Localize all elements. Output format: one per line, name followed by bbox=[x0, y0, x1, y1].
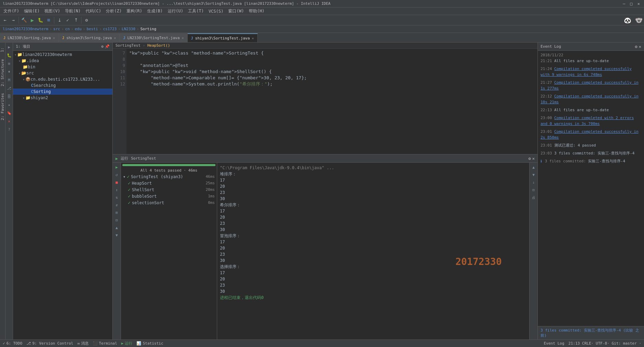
tree-item-2[interactable]: 📁 bin bbox=[13, 64, 112, 70]
run-up-icon[interactable]: ▲ bbox=[114, 224, 120, 231]
scroll-up-icon[interactable]: ▲ bbox=[531, 164, 537, 170]
coverage-icon[interactable]: ⊞ bbox=[6, 60, 12, 67]
tree-item-3[interactable]: ▾📂 src bbox=[13, 70, 112, 76]
event-link-1[interactable]: Compilation completed successfully with … bbox=[541, 67, 632, 77]
bookmark-icon[interactable]: 🔖 bbox=[6, 110, 12, 116]
star-icon[interactable]: ★ bbox=[6, 102, 12, 108]
run-rerun-icon[interactable]: ↺ bbox=[114, 172, 120, 178]
run-icon[interactable]: ▶ bbox=[6, 44, 12, 50]
run-sort-icon[interactable]: ↕ bbox=[114, 187, 120, 193]
event-settings-icon[interactable]: ⚙ bbox=[635, 44, 637, 49]
scroll-end-icon[interactable]: ↓ bbox=[531, 179, 537, 185]
statistic-status[interactable]: 📊 Statistic bbox=[136, 341, 163, 346]
event-link-2[interactable]: Compilation completed successfully in 1s… bbox=[541, 80, 639, 91]
tab-1[interactable]: Jshiyan3\Sorting.java✕ bbox=[59, 33, 120, 42]
code-lines[interactable]: "kw">public "kw">class "method-name">Sor… bbox=[126, 49, 537, 154]
test-item-1[interactable]: ✓ShellSort20ms bbox=[121, 186, 217, 193]
menu-item-VCSS[interactable]: VCS(S) bbox=[207, 8, 225, 14]
run-play-icon[interactable]: ▶ bbox=[114, 164, 120, 170]
test-item-3[interactable]: ✓selectionSort0ms bbox=[121, 199, 217, 206]
event-link-6[interactable]: Compilation completed successfully in 2s… bbox=[541, 129, 639, 140]
menu-item-Z[interactable]: 分析(Z) bbox=[104, 8, 124, 15]
vcs-commit-btn[interactable]: ✓ bbox=[64, 16, 71, 24]
favorites-label[interactable]: 2: Favorites bbox=[0, 93, 5, 120]
menu-item-C[interactable]: 代码(C) bbox=[84, 8, 103, 15]
menu-item-N[interactable]: 导航(N) bbox=[63, 8, 83, 15]
tab-2[interactable]: JLN2330\SortingTest.java✕ bbox=[120, 33, 187, 42]
event-link-5[interactable]: Compilation completed with 2 errors and … bbox=[541, 116, 634, 126]
event-log-footer[interactable]: 3 files committed: 实验三-查找与排序-4 (比较 之前) bbox=[538, 326, 644, 339]
question-icon[interactable]: ? bbox=[6, 126, 12, 132]
breadcrumb-item-cs1723[interactable]: cs1723 bbox=[103, 27, 117, 31]
project-pin-icon[interactable]: 📌 bbox=[105, 44, 110, 49]
tree-item-5[interactable]: C Searching bbox=[13, 82, 112, 89]
event-log-status[interactable]: Event Log bbox=[544, 341, 564, 346]
run-status[interactable]: ▶ 运行 bbox=[121, 341, 133, 346]
run-settings-icon[interactable]: ⚙ bbox=[529, 156, 531, 161]
tab-0[interactable]: JLN2330\Sorting.java✕ bbox=[0, 33, 59, 42]
tree-item-1[interactable]: ▾📁 .idea bbox=[13, 58, 112, 64]
breadcrumb-item-besti[interactable]: besti bbox=[87, 27, 98, 31]
menu-item-F[interactable]: 文件(F) bbox=[1, 8, 21, 15]
database-icon[interactable]: 🗄 bbox=[6, 93, 12, 100]
maximize-btn[interactable]: □ bbox=[629, 1, 634, 6]
messages-status[interactable]: ✉ 消息 bbox=[77, 341, 89, 346]
x-icon[interactable]: ✕ bbox=[6, 118, 12, 124]
run-stop-icon[interactable]: ■ bbox=[114, 179, 120, 185]
breadcrumb-active[interactable]: Sorting bbox=[140, 27, 156, 31]
event-close-icon[interactable]: ✕ bbox=[639, 44, 641, 49]
vcs-push-btn[interactable]: ⤒ bbox=[72, 16, 80, 24]
menu-item-B[interactable]: 生成(B) bbox=[145, 8, 165, 15]
project-gear-icon[interactable]: ⚙ bbox=[101, 44, 103, 49]
menu-item-R[interactable]: 重构(R) bbox=[124, 8, 144, 15]
breadcrumb-item-LN2330[interactable]: LN2330 bbox=[122, 27, 135, 31]
test-class-header[interactable]: ▾✓SortingTest (shiyan3)46ms bbox=[121, 173, 217, 180]
tab-close-1[interactable]: ✕ bbox=[114, 36, 116, 40]
tree-item-7[interactable]: ▾📁 shiyan2 bbox=[13, 95, 112, 101]
menu-item-E[interactable]: 编辑(E) bbox=[22, 8, 42, 15]
menu-item-V[interactable]: 视图(V) bbox=[42, 8, 62, 15]
close-btn[interactable]: ✕ bbox=[636, 1, 641, 6]
coverage-btn[interactable]: ⊞ bbox=[45, 16, 53, 24]
run-close-icon[interactable]: ✕ bbox=[532, 156, 535, 161]
settings-btn[interactable]: ⚙ bbox=[83, 16, 90, 24]
test-item-2[interactable]: ✓bubbleSort1ms bbox=[121, 193, 217, 199]
run-btn[interactable]: ▶ bbox=[29, 16, 36, 24]
menu-item-U[interactable]: 运行(U) bbox=[166, 8, 186, 15]
forward-btn[interactable]: → bbox=[10, 16, 17, 24]
structure-label[interactable]: 2: Structure bbox=[0, 59, 5, 86]
menu-item-W[interactable]: 窗口(W) bbox=[226, 8, 246, 15]
tab-3[interactable]: Jshiyan3\SortingTest.java✕ bbox=[188, 33, 258, 42]
breadcrumb-item-edu[interactable]: edu bbox=[75, 27, 81, 31]
minimize-btn[interactable]: – bbox=[621, 1, 626, 6]
menu-item-H[interactable]: 帮助(H) bbox=[247, 8, 267, 15]
tab-close-0[interactable]: ✕ bbox=[53, 36, 55, 40]
run-sort2-icon[interactable]: ⇅ bbox=[114, 194, 120, 200]
breadcrumb-item-src[interactable]: src bbox=[53, 27, 60, 31]
menu-item-T[interactable]: 工具(T) bbox=[186, 8, 206, 15]
maven-icon[interactable]: M bbox=[6, 77, 12, 83]
tree-item-0[interactable]: ▾📁 linan20172330newterm bbox=[13, 51, 112, 58]
terminal-status[interactable]: ⬛ Terminal bbox=[93, 341, 117, 346]
tab-close-3[interactable]: ✕ bbox=[252, 36, 254, 40]
gradle-icon[interactable]: ♦ bbox=[6, 69, 12, 75]
build-btn[interactable]: 🔨 bbox=[20, 16, 28, 24]
scroll-down-icon[interactable]: ▼ bbox=[531, 172, 537, 178]
run-expand-icon[interactable]: ⊞ bbox=[114, 209, 120, 216]
project-label[interactable]: 1: 项目 bbox=[0, 45, 5, 52]
tree-item-4[interactable]: ▾📦 cn.edu.besti.cs1723.LN233... bbox=[13, 76, 112, 82]
test-item-0[interactable]: ✓HeapSort25ms bbox=[121, 180, 217, 186]
breadcrumb-item-linan20172330newterm[interactable]: linan20172330newterm bbox=[3, 27, 48, 31]
debug-btn[interactable]: 🐛 bbox=[37, 16, 44, 24]
back-btn[interactable]: ← bbox=[1, 16, 9, 24]
vcs-update-btn[interactable]: ⤓ bbox=[56, 16, 63, 24]
code-content[interactable]: 789101112 "kw">public "kw">class "method… bbox=[113, 49, 537, 154]
git-icon[interactable]: ⎇ bbox=[6, 85, 12, 91]
filter-icon[interactable]: ⊟ bbox=[531, 187, 537, 193]
run-down-icon[interactable]: ▼ bbox=[114, 232, 120, 238]
event-link-3[interactable]: Compilation completed successfully in 10… bbox=[541, 94, 639, 104]
breadcrumb-item-cn[interactable]: cn bbox=[65, 27, 70, 31]
run-sort3-icon[interactable]: ⇵ bbox=[114, 202, 120, 208]
run-output[interactable]: 20172330 "C:\Program Files\Java\jdk-9.0.… bbox=[217, 163, 529, 339]
vcs-status[interactable]: ⎇ 9: Version Control bbox=[26, 341, 73, 346]
